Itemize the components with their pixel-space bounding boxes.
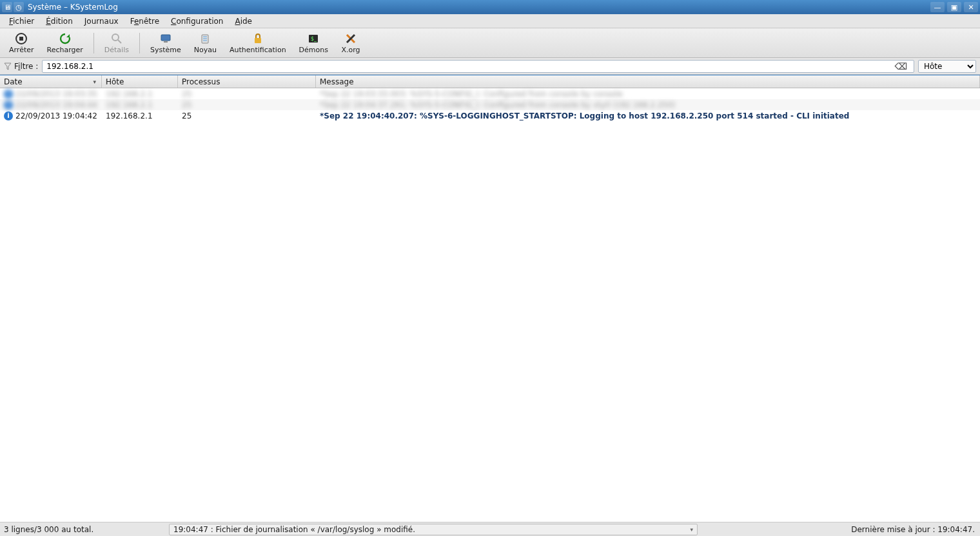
stop-button[interactable]: Arrêter: [4, 30, 39, 55]
menu-config[interactable]: Configuration: [166, 15, 228, 27]
system-button[interactable]: Système: [145, 30, 186, 55]
chevron-down-icon: ▾: [690, 526, 693, 533]
system-label: Système: [150, 46, 181, 54]
status-bar: 3 lignes/3 000 au total. 19:04:47 : Fich…: [0, 522, 980, 536]
window-title: Système – KSystemLog: [28, 3, 930, 12]
col-process[interactable]: ⋮Processus: [178, 75, 316, 88]
svg-line-3: [118, 40, 121, 43]
stop-icon: [15, 32, 28, 46]
table-row[interactable]: i22/09/2013 19:03:35192.168.2.125*Sep 22…: [0, 88, 980, 99]
auth-button[interactable]: Authentification: [224, 30, 291, 55]
toolbar-separator: [139, 33, 140, 53]
col-date[interactable]: Date ▾: [0, 75, 102, 88]
sort-desc-icon: ▾: [93, 79, 97, 85]
daemons-button[interactable]: $_ Démons: [294, 30, 333, 55]
maximize-button[interactable]: ▣: [947, 2, 961, 12]
sysicons: 🖥 ◷: [2, 2, 24, 12]
status-count: 3 lignes/3 000 au total.: [3, 525, 164, 534]
xorg-button[interactable]: X.org: [336, 30, 366, 55]
menu-file[interactable]: Fichier: [4, 15, 39, 27]
status-message: 19:04:47 : Fichier de journalisation « /…: [173, 525, 415, 534]
kernel-icon: [199, 32, 211, 46]
kernel-label: Noyau: [194, 46, 217, 54]
menu-edit[interactable]: Édition: [41, 15, 78, 27]
table-body: i22/09/2013 19:03:35192.168.2.125*Sep 22…: [0, 88, 980, 121]
menu-help[interactable]: Aide: [230, 15, 257, 27]
magnify-icon: [110, 32, 123, 46]
svg-rect-1: [19, 37, 23, 41]
svg-rect-10: [255, 38, 261, 43]
status-last-update: Dernière mise à jour : 19:04:47.: [851, 525, 977, 534]
daemons-label: Démons: [299, 46, 328, 54]
table-row[interactable]: i22/09/2013 19:04:42192.168.2.125*Sep 22…: [0, 110, 980, 121]
svg-point-2: [112, 34, 119, 41]
filter-input[interactable]: [46, 62, 892, 71]
toolbar: Arrêter Recharger Détails Système Noyau …: [0, 28, 980, 58]
minimize-button[interactable]: —: [930, 2, 945, 12]
col-message[interactable]: ⋮Message: [316, 75, 980, 88]
svg-text:$_: $_: [311, 36, 317, 42]
filter-input-wrap: ⌫: [42, 60, 914, 73]
svg-rect-5: [164, 41, 168, 43]
filter-bar: Filtre : ⌫ Hôte: [0, 58, 980, 75]
stop-label: Arrêter: [9, 46, 34, 54]
table-header: Date ▾ ⋮Hôte ⋮Processus ⋮Message: [0, 75, 980, 88]
app-menu-icon[interactable]: ◷: [14, 2, 24, 12]
filter-label: Filtre :: [4, 62, 38, 71]
close-button[interactable]: ✕: [964, 2, 978, 12]
toolbar-separator: [93, 33, 94, 53]
menu-window[interactable]: Fenêtre: [125, 15, 164, 27]
info-icon: i: [4, 111, 13, 120]
reload-label: Recharger: [47, 46, 83, 54]
filter-column-select[interactable]: Hôte: [918, 60, 976, 73]
menubar: Fichier Édition Journaux Fenêtre Configu…: [0, 14, 980, 28]
terminal-icon: $_: [307, 32, 320, 46]
auth-label: Authentification: [230, 46, 286, 54]
reload-icon: [59, 32, 72, 46]
lock-icon: [251, 32, 264, 46]
log-table: Date ▾ ⋮Hôte ⋮Processus ⋮Message i22/09/…: [0, 75, 980, 522]
funnel-icon: [4, 62, 12, 70]
col-host[interactable]: ⋮Hôte: [102, 75, 178, 88]
svg-rect-4: [161, 35, 170, 41]
info-icon: i: [4, 90, 13, 99]
details-label: Détails: [104, 46, 129, 54]
menu-logs[interactable]: Journaux: [79, 15, 124, 27]
xorg-icon: [344, 32, 357, 46]
window-titlebar: 🖥 ◷ Système – KSystemLog — ▣ ✕: [0, 0, 980, 14]
kernel-button[interactable]: Noyau: [189, 30, 222, 55]
app-icon: 🖥: [2, 2, 12, 12]
details-button: Détails: [99, 30, 134, 55]
xorg-label: X.org: [341, 46, 360, 54]
clear-filter-icon[interactable]: ⌫: [892, 61, 910, 72]
table-row[interactable]: i22/09/2013 19:04:44192.168.2.125*Sep 22…: [0, 99, 980, 110]
status-message-combo[interactable]: 19:04:47 : Fichier de journalisation « /…: [169, 524, 698, 535]
info-icon: i: [4, 100, 13, 110]
system-icon: [159, 32, 172, 46]
reload-button[interactable]: Recharger: [42, 30, 88, 55]
